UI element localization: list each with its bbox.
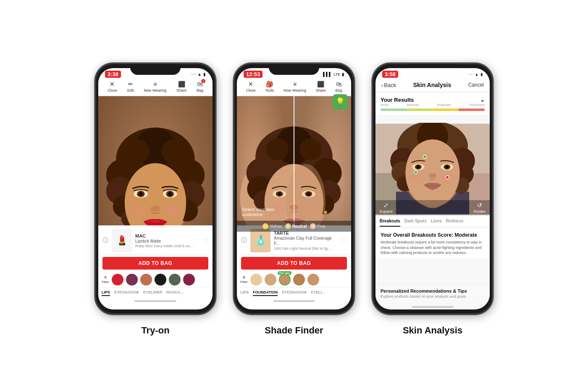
recs-title: Personalized Recommendations & Tips	[381, 288, 485, 293]
close-btn[interactable]: ✕ Close	[108, 81, 117, 93]
phone-wrapper-skinanalysis: 3:58 ···· ▲ ▮ ‹ Back Skin Analysis Cance…	[372, 63, 494, 340]
back-btn[interactable]: ‹ Back	[381, 82, 396, 88]
filter-btn-tryon[interactable]: ⚗ Filter	[102, 276, 109, 284]
swatch-plum[interactable]	[126, 274, 138, 286]
add-to-bag-btn-tryon[interactable]: ADD TO BAG	[102, 257, 208, 270]
swatch-sage[interactable]	[169, 274, 181, 286]
svg-point-73	[408, 173, 423, 183]
lightbulb-btn[interactable]: 💡	[333, 94, 348, 109]
edit-btn[interactable]: ✏ Edit	[127, 81, 134, 93]
filter-btn-sf[interactable]: ⚗ Filter	[240, 276, 248, 284]
phone-tryon: 3:38 ···· ▲ ▮ ✕ Close ✏ Edit	[94, 63, 216, 315]
list-icon: ≡	[153, 81, 157, 87]
status-bar-skin: 3:58 ···· ▲ ▮	[375, 68, 490, 79]
status-icons-skin: ···· ▲ ▮	[468, 72, 483, 77]
retake-btn[interactable]: ↺ Retake	[473, 202, 486, 214]
now-wearing-icon: ≡	[293, 81, 297, 87]
analysis-tabs: Breakouts Dark Spots Lines Redness	[375, 215, 490, 227]
info-icon-sf[interactable]: ⓘ	[241, 237, 247, 244]
swatch-black[interactable]	[155, 274, 166, 286]
svg-point-19	[165, 205, 182, 217]
close-icon: ✕	[110, 81, 115, 87]
signal-icon-skin: ····	[468, 72, 473, 77]
tools-btn[interactable]: 🎒 Tools	[265, 81, 274, 93]
wifi-icon: ▲	[197, 72, 202, 77]
phone-wrapper-shadefinder: 12:53 ▌▌▌ LTE ▮ ✕ Close 🎒 Tools	[233, 63, 355, 340]
undertone-neutral[interactable]: ⊖ Neutral	[285, 223, 307, 229]
product-image-sf: 🧴	[250, 229, 270, 252]
svg-point-25	[168, 192, 172, 196]
bag-btn[interactable]: 🛍 1 Bag	[197, 81, 203, 93]
scale-labels: None Minimal Moderate Prominent	[381, 103, 485, 107]
tab-lips-sf[interactable]: LIPS	[240, 289, 249, 296]
swatch-bronze[interactable]	[140, 274, 152, 286]
swatch-tan[interactable]	[293, 274, 305, 286]
bag-btn-sf[interactable]: 🛍 Bag	[336, 81, 342, 93]
scale-prominent: Prominent	[470, 103, 485, 107]
filter-icon: ⚗	[104, 276, 107, 280]
share-icon-sf: ⬛	[317, 81, 324, 87]
tab-redness[interactable]: Redness	[446, 218, 464, 227]
tab-eyeliner-sf[interactable]: EYELI...	[311, 289, 325, 296]
tab-mascara[interactable]: MASCA...	[166, 289, 184, 296]
product-info-sf: TARTE Amazonian Clay Full Coverage F... …	[274, 230, 338, 251]
svg-point-80	[446, 166, 449, 169]
filter-icon-sf: ⚗	[242, 276, 245, 280]
new-wearing-btn[interactable]: ≡ New Wearing	[144, 81, 166, 93]
signal-icon: ····	[191, 72, 196, 77]
swatch-light[interactable]	[265, 274, 276, 286]
chevron-down-icon[interactable]: ⌄	[480, 97, 485, 103]
for-you-badge: For you	[278, 271, 292, 275]
category-tabs-tryon: LIPS EYESHADOW EYELINER MASCA...	[98, 287, 213, 299]
back-label: Back	[384, 82, 396, 88]
share-btn-sf[interactable]: ⬛ Share	[316, 81, 326, 93]
add-to-bag-btn-sf[interactable]: ADD TO BAG	[241, 257, 347, 270]
status-time-shadefinder: 12:53	[244, 71, 262, 78]
tab-lips[interactable]: LIPS	[102, 289, 110, 296]
tab-lines[interactable]: Lines	[431, 218, 442, 227]
foundation-icon: 🧴	[255, 235, 266, 246]
tab-foundation[interactable]: FOUNDATION	[253, 289, 278, 296]
tab-eyeshadow[interactable]: EYESHADOW	[114, 289, 139, 296]
svg-point-24	[139, 192, 143, 196]
swatch-red[interactable]	[112, 274, 123, 286]
edit-icon: ✏	[128, 81, 133, 87]
category-tabs-sf: LIPS FOUNDATION EYESHADOW EYELI...	[237, 287, 351, 299]
info-icon[interactable]: ⓘ	[102, 237, 108, 244]
status-icons-tryon: ···· ▲ ▮	[191, 72, 206, 77]
status-icons-shadefinder: ▌▌▌ LTE ▮	[323, 72, 344, 77]
undertone-yellow[interactable]: ✦ Yellow	[262, 223, 282, 229]
cancel-btn[interactable]: Cancel	[468, 82, 484, 88]
svg-point-44	[299, 138, 322, 161]
now-wearing-btn[interactable]: ≡ Now Wearing	[284, 81, 306, 93]
wifi-icon-skin: ▲	[475, 72, 479, 77]
tab-breakouts[interactable]: Breakouts	[380, 218, 400, 227]
tab-dark-spots[interactable]: Dark Spots	[404, 218, 427, 227]
swatch-warm[interactable]	[307, 274, 319, 286]
yellow-dot: ✦	[262, 223, 268, 229]
battery-icon: ▮	[203, 72, 206, 77]
pink-dot: ✻	[310, 223, 316, 229]
swatch-medium[interactable]	[279, 274, 291, 286]
results-header: Your Results ⌄	[381, 97, 485, 103]
product-brand-tryon: MAC	[135, 233, 199, 238]
undertone-pink[interactable]: ✻ Pink	[310, 223, 325, 229]
scale-seg-prominent	[459, 108, 485, 111]
tab-eyeliner[interactable]: EYELINER	[143, 289, 162, 296]
expand-retake-bar: ⤢ Expand ↺ Retake	[375, 200, 490, 215]
wishlist-icon[interactable]: ♡	[202, 237, 208, 245]
product-card-tryon: ⓘ 💄 MAC Lipstick Matte Ruby Woo (very ma…	[98, 225, 213, 254]
expand-icon: ⤢	[383, 202, 388, 209]
expand-label: Expand	[380, 209, 393, 214]
swatches-row-tryon: ⚗ Filter	[98, 272, 213, 287]
expand-btn[interactable]: ⤢ Expand	[380, 202, 393, 214]
wishlist-icon-sf[interactable]: ♡	[341, 237, 347, 245]
swatch-fair[interactable]	[250, 274, 262, 286]
lipstick-icon: 💄	[116, 235, 128, 246]
tab-eyeshadow-sf[interactable]: EYESHADOW	[282, 289, 307, 296]
close-btn-sf[interactable]: ✕ Close	[246, 81, 255, 93]
score-title: Your Overall Breakouts Score: Moderate	[381, 232, 485, 238]
swatch-berry[interactable]	[183, 274, 195, 286]
share-btn[interactable]: ⬛ Share	[176, 81, 186, 93]
tools-icon: 🎒	[266, 81, 273, 87]
